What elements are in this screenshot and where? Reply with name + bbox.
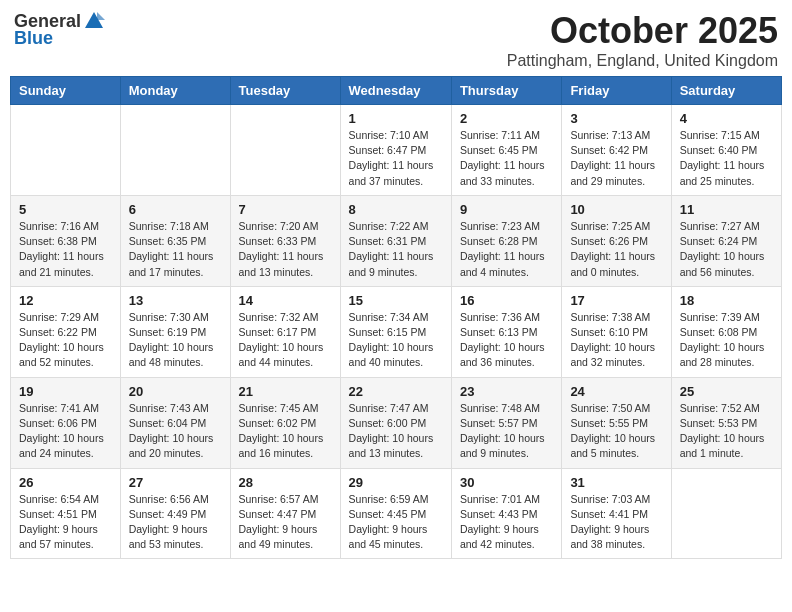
day-number: 2 bbox=[460, 111, 553, 126]
logo-blue: Blue bbox=[14, 28, 53, 49]
day-number: 22 bbox=[349, 384, 443, 399]
day-number: 23 bbox=[460, 384, 553, 399]
day-info: Sunrise: 7:27 AM Sunset: 6:24 PM Dayligh… bbox=[680, 219, 773, 280]
calendar-header-row: SundayMondayTuesdayWednesdayThursdayFrid… bbox=[11, 77, 782, 105]
week-row-2: 5Sunrise: 7:16 AM Sunset: 6:38 PM Daylig… bbox=[11, 195, 782, 286]
day-info: Sunrise: 6:59 AM Sunset: 4:45 PM Dayligh… bbox=[349, 492, 443, 553]
week-row-5: 26Sunrise: 6:54 AM Sunset: 4:51 PM Dayli… bbox=[11, 468, 782, 559]
calendar-cell: 19Sunrise: 7:41 AM Sunset: 6:06 PM Dayli… bbox=[11, 377, 121, 468]
calendar-cell: 17Sunrise: 7:38 AM Sunset: 6:10 PM Dayli… bbox=[562, 286, 671, 377]
calendar-cell: 28Sunrise: 6:57 AM Sunset: 4:47 PM Dayli… bbox=[230, 468, 340, 559]
day-number: 9 bbox=[460, 202, 553, 217]
calendar-cell: 6Sunrise: 7:18 AM Sunset: 6:35 PM Daylig… bbox=[120, 195, 230, 286]
calendar-cell bbox=[11, 105, 121, 196]
day-number: 14 bbox=[239, 293, 332, 308]
col-header-friday: Friday bbox=[562, 77, 671, 105]
day-number: 27 bbox=[129, 475, 222, 490]
day-info: Sunrise: 7:01 AM Sunset: 4:43 PM Dayligh… bbox=[460, 492, 553, 553]
calendar-cell: 8Sunrise: 7:22 AM Sunset: 6:31 PM Daylig… bbox=[340, 195, 451, 286]
calendar-cell: 4Sunrise: 7:15 AM Sunset: 6:40 PM Daylig… bbox=[671, 105, 781, 196]
calendar-cell: 3Sunrise: 7:13 AM Sunset: 6:42 PM Daylig… bbox=[562, 105, 671, 196]
week-row-4: 19Sunrise: 7:41 AM Sunset: 6:06 PM Dayli… bbox=[11, 377, 782, 468]
day-number: 28 bbox=[239, 475, 332, 490]
calendar-cell: 10Sunrise: 7:25 AM Sunset: 6:26 PM Dayli… bbox=[562, 195, 671, 286]
calendar-cell: 23Sunrise: 7:48 AM Sunset: 5:57 PM Dayli… bbox=[451, 377, 561, 468]
calendar-cell: 27Sunrise: 6:56 AM Sunset: 4:49 PM Dayli… bbox=[120, 468, 230, 559]
svg-marker-1 bbox=[97, 12, 105, 20]
day-info: Sunrise: 7:41 AM Sunset: 6:06 PM Dayligh… bbox=[19, 401, 112, 462]
day-info: Sunrise: 6:57 AM Sunset: 4:47 PM Dayligh… bbox=[239, 492, 332, 553]
day-number: 13 bbox=[129, 293, 222, 308]
calendar-cell: 25Sunrise: 7:52 AM Sunset: 5:53 PM Dayli… bbox=[671, 377, 781, 468]
day-number: 21 bbox=[239, 384, 332, 399]
day-number: 19 bbox=[19, 384, 112, 399]
day-info: Sunrise: 7:22 AM Sunset: 6:31 PM Dayligh… bbox=[349, 219, 443, 280]
day-info: Sunrise: 7:38 AM Sunset: 6:10 PM Dayligh… bbox=[570, 310, 662, 371]
day-info: Sunrise: 6:54 AM Sunset: 4:51 PM Dayligh… bbox=[19, 492, 112, 553]
calendar-cell: 2Sunrise: 7:11 AM Sunset: 6:45 PM Daylig… bbox=[451, 105, 561, 196]
calendar-cell: 31Sunrise: 7:03 AM Sunset: 4:41 PM Dayli… bbox=[562, 468, 671, 559]
calendar-cell bbox=[671, 468, 781, 559]
day-number: 26 bbox=[19, 475, 112, 490]
day-info: Sunrise: 7:03 AM Sunset: 4:41 PM Dayligh… bbox=[570, 492, 662, 553]
day-info: Sunrise: 7:23 AM Sunset: 6:28 PM Dayligh… bbox=[460, 219, 553, 280]
day-info: Sunrise: 7:45 AM Sunset: 6:02 PM Dayligh… bbox=[239, 401, 332, 462]
day-info: Sunrise: 7:34 AM Sunset: 6:15 PM Dayligh… bbox=[349, 310, 443, 371]
day-number: 16 bbox=[460, 293, 553, 308]
calendar-cell: 13Sunrise: 7:30 AM Sunset: 6:19 PM Dayli… bbox=[120, 286, 230, 377]
day-number: 20 bbox=[129, 384, 222, 399]
day-info: Sunrise: 7:48 AM Sunset: 5:57 PM Dayligh… bbox=[460, 401, 553, 462]
day-info: Sunrise: 7:39 AM Sunset: 6:08 PM Dayligh… bbox=[680, 310, 773, 371]
calendar-cell: 20Sunrise: 7:43 AM Sunset: 6:04 PM Dayli… bbox=[120, 377, 230, 468]
calendar-cell: 14Sunrise: 7:32 AM Sunset: 6:17 PM Dayli… bbox=[230, 286, 340, 377]
logo: General Blue bbox=[14, 10, 105, 49]
calendar-cell: 30Sunrise: 7:01 AM Sunset: 4:43 PM Dayli… bbox=[451, 468, 561, 559]
day-number: 8 bbox=[349, 202, 443, 217]
month-title: October 2025 bbox=[507, 10, 778, 52]
day-info: Sunrise: 7:15 AM Sunset: 6:40 PM Dayligh… bbox=[680, 128, 773, 189]
col-header-monday: Monday bbox=[120, 77, 230, 105]
day-number: 12 bbox=[19, 293, 112, 308]
calendar-cell: 29Sunrise: 6:59 AM Sunset: 4:45 PM Dayli… bbox=[340, 468, 451, 559]
day-info: Sunrise: 7:16 AM Sunset: 6:38 PM Dayligh… bbox=[19, 219, 112, 280]
day-info: Sunrise: 7:36 AM Sunset: 6:13 PM Dayligh… bbox=[460, 310, 553, 371]
day-number: 7 bbox=[239, 202, 332, 217]
day-number: 15 bbox=[349, 293, 443, 308]
day-number: 29 bbox=[349, 475, 443, 490]
day-number: 10 bbox=[570, 202, 662, 217]
col-header-saturday: Saturday bbox=[671, 77, 781, 105]
day-info: Sunrise: 7:18 AM Sunset: 6:35 PM Dayligh… bbox=[129, 219, 222, 280]
col-header-thursday: Thursday bbox=[451, 77, 561, 105]
col-header-wednesday: Wednesday bbox=[340, 77, 451, 105]
logo-icon bbox=[83, 10, 105, 32]
day-info: Sunrise: 7:11 AM Sunset: 6:45 PM Dayligh… bbox=[460, 128, 553, 189]
day-number: 3 bbox=[570, 111, 662, 126]
week-row-3: 12Sunrise: 7:29 AM Sunset: 6:22 PM Dayli… bbox=[11, 286, 782, 377]
location-title: Pattingham, England, United Kingdom bbox=[507, 52, 778, 70]
calendar-cell: 11Sunrise: 7:27 AM Sunset: 6:24 PM Dayli… bbox=[671, 195, 781, 286]
day-number: 17 bbox=[570, 293, 662, 308]
day-number: 1 bbox=[349, 111, 443, 126]
day-number: 30 bbox=[460, 475, 553, 490]
calendar-cell: 7Sunrise: 7:20 AM Sunset: 6:33 PM Daylig… bbox=[230, 195, 340, 286]
calendar-cell: 24Sunrise: 7:50 AM Sunset: 5:55 PM Dayli… bbox=[562, 377, 671, 468]
col-header-sunday: Sunday bbox=[11, 77, 121, 105]
title-area: October 2025 Pattingham, England, United… bbox=[507, 10, 778, 70]
day-info: Sunrise: 7:25 AM Sunset: 6:26 PM Dayligh… bbox=[570, 219, 662, 280]
day-info: Sunrise: 7:43 AM Sunset: 6:04 PM Dayligh… bbox=[129, 401, 222, 462]
day-info: Sunrise: 6:56 AM Sunset: 4:49 PM Dayligh… bbox=[129, 492, 222, 553]
calendar-cell: 16Sunrise: 7:36 AM Sunset: 6:13 PM Dayli… bbox=[451, 286, 561, 377]
day-number: 5 bbox=[19, 202, 112, 217]
day-info: Sunrise: 7:29 AM Sunset: 6:22 PM Dayligh… bbox=[19, 310, 112, 371]
calendar-cell: 15Sunrise: 7:34 AM Sunset: 6:15 PM Dayli… bbox=[340, 286, 451, 377]
calendar-cell bbox=[120, 105, 230, 196]
week-row-1: 1Sunrise: 7:10 AM Sunset: 6:47 PM Daylig… bbox=[11, 105, 782, 196]
calendar-cell bbox=[230, 105, 340, 196]
col-header-tuesday: Tuesday bbox=[230, 77, 340, 105]
day-info: Sunrise: 7:50 AM Sunset: 5:55 PM Dayligh… bbox=[570, 401, 662, 462]
day-number: 18 bbox=[680, 293, 773, 308]
day-number: 25 bbox=[680, 384, 773, 399]
day-info: Sunrise: 7:13 AM Sunset: 6:42 PM Dayligh… bbox=[570, 128, 662, 189]
day-number: 6 bbox=[129, 202, 222, 217]
day-info: Sunrise: 7:32 AM Sunset: 6:17 PM Dayligh… bbox=[239, 310, 332, 371]
